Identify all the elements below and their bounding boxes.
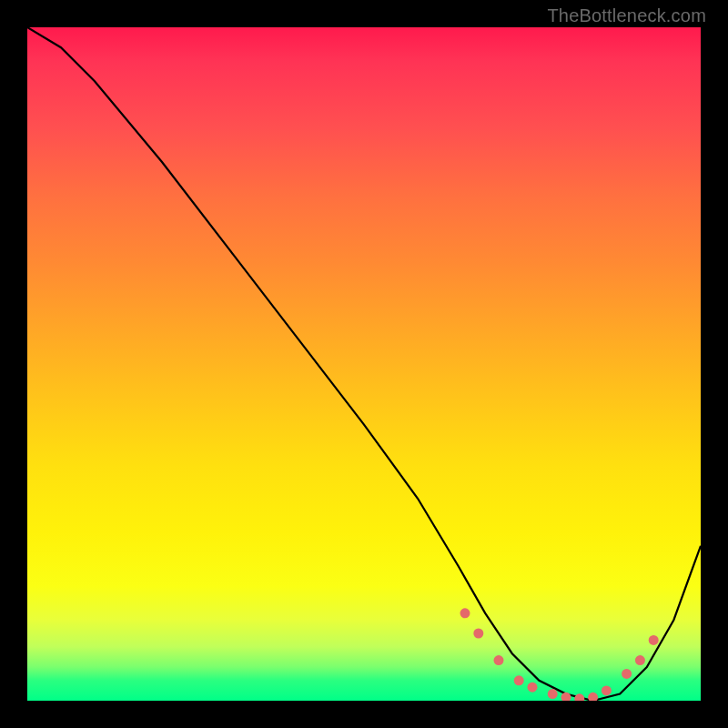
- bottleneck-curve: [27, 27, 701, 701]
- chart-container: TheBottleneck.com: [0, 0, 728, 728]
- marker-dot: [649, 635, 659, 645]
- chart-svg: [27, 27, 701, 701]
- marker-dot: [561, 693, 571, 701]
- marker-dot: [528, 682, 538, 693]
- watermark-text: TheBottleneck.com: [547, 5, 706, 26]
- marker-dot: [574, 693, 584, 701]
- marker-dot: [494, 655, 504, 665]
- marker-dot: [622, 669, 632, 679]
- marker-dot: [602, 685, 612, 695]
- marker-dot: [588, 693, 598, 701]
- marker-dot: [635, 655, 645, 665]
- marker-dot: [514, 675, 524, 685]
- marker-dot: [473, 629, 483, 639]
- marker-dots: [460, 608, 659, 701]
- marker-dot: [460, 608, 470, 618]
- plot-area: [27, 27, 701, 701]
- marker-dot: [548, 689, 558, 699]
